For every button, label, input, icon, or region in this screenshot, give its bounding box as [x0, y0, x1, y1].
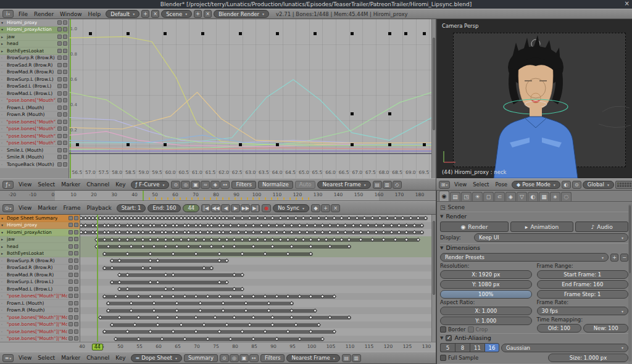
record-button[interactable]: ●	[262, 204, 271, 212]
mute-icon[interactable]	[69, 279, 73, 284]
lock-icon[interactable]	[63, 134, 67, 138]
keyframe-point[interactable]	[423, 32, 426, 35]
dope-menu-select[interactable]: Select	[35, 355, 58, 361]
mute-icon[interactable]	[57, 41, 62, 46]
keyframe-tick[interactable]	[204, 197, 205, 200]
channel-row[interactable]: ·"pose.bones["Mouth"]|"[	[0, 133, 69, 140]
keyframe-point[interactable]	[164, 32, 167, 35]
mute-icon[interactable]	[57, 120, 62, 124]
channel-row[interactable]: ·BrowMad.R (Brow.R)	[0, 271, 80, 279]
insert-key-icon[interactable]: +	[321, 204, 330, 212]
lock-icon[interactable]	[63, 126, 67, 131]
full-sample-checkbox[interactable]	[440, 355, 446, 361]
aa-samples-8-button[interactable]: 8	[455, 343, 470, 352]
lock-icon[interactable]	[74, 216, 78, 220]
channel-row[interactable]: ·BrowMad.L (Brow.L)	[0, 90, 69, 97]
channel-row[interactable]: ·"pose.bones["Mouth"]|"Mc	[0, 336, 80, 342]
delete-layout-button[interactable]: ×	[151, 10, 159, 18]
channel-row[interactable]: ·BrowSurp.R (Brow.R)	[0, 257, 80, 265]
expand-icon[interactable]: ▾	[1, 27, 6, 31]
current-frame-line[interactable]	[97, 215, 98, 342]
paste-keyframes-icon[interactable]: ▥	[352, 354, 361, 362]
graph-plot-area[interactable]: 56.557.057.558.058.559.059.560.060.561.0…	[69, 19, 431, 178]
only-selected-icon[interactable]: ⊙	[171, 181, 180, 189]
filters-button[interactable]: Filters	[231, 181, 256, 189]
lock-icon[interactable]	[63, 63, 67, 67]
lock-icon[interactable]	[63, 84, 67, 88]
keyframe-point[interactable]	[201, 32, 204, 35]
remap-new-field[interactable]: New: 100	[583, 324, 628, 333]
fcurve-line[interactable]	[69, 118, 431, 143]
resolution-y-field[interactable]: Y: 1080 px	[440, 280, 532, 289]
frame-start-field[interactable]: Start: 1	[117, 204, 146, 212]
keyframe-tick[interactable]	[247, 197, 248, 200]
mute-icon[interactable]	[57, 105, 62, 110]
keyframe-tick[interactable]	[259, 197, 260, 200]
channel-row[interactable]: ▾Dope Sheet Summary	[0, 215, 80, 222]
dope-scrollbar[interactable]	[431, 215, 436, 342]
tab-object[interactable]: ◻	[483, 192, 494, 201]
editor-type-icon[interactable]: i	[2, 10, 14, 18]
mute-icon[interactable]	[57, 20, 62, 25]
layers-widget[interactable]	[615, 181, 632, 189]
keyframe-tick[interactable]	[191, 197, 193, 200]
mute-icon[interactable]	[57, 77, 62, 81]
layer-toggle[interactable]	[617, 185, 619, 187]
keyframe-tick[interactable]	[173, 197, 175, 200]
mute-curves-icon[interactable]: ▣	[191, 181, 200, 189]
mute-icon[interactable]	[69, 329, 73, 334]
lock-icon[interactable]	[74, 329, 78, 334]
mute-channels-icon[interactable]: ▣	[239, 354, 249, 362]
snap-dropdown[interactable]: Nearest Frame	[317, 181, 370, 189]
aspect-y-field[interactable]: Y: 1.000	[440, 316, 532, 325]
keyframe-point[interactable]	[351, 143, 354, 146]
view-menu-select[interactable]: Select	[470, 181, 492, 188]
keyframe-tick[interactable]	[198, 197, 199, 200]
dope-key-area[interactable]	[80, 215, 431, 342]
resolution-x-field[interactable]: X: 1920 px	[440, 270, 532, 279]
fcurve-line[interactable]	[69, 36, 431, 144]
viewport-shading-icon[interactable]: ◐	[562, 181, 571, 189]
ghost-curves-icon[interactable]: ◇	[393, 181, 402, 189]
lock-icon[interactable]	[74, 265, 78, 270]
channel-row[interactable]: ·Smile.L (Mouth)	[0, 147, 69, 154]
keyframe-tick[interactable]	[149, 197, 150, 200]
fcurves[interactable]	[69, 19, 431, 178]
mute-icon[interactable]	[57, 162, 62, 167]
layer-toggle[interactable]	[622, 185, 624, 187]
add-preset-button[interactable]: +	[610, 254, 618, 262]
next-keyframe-button[interactable]: ▶▶	[241, 204, 250, 212]
scene-dropdown[interactable]: Scene	[161, 10, 192, 18]
lock-icon[interactable]	[74, 259, 78, 263]
channel-row[interactable]: ·BrowSad.R (Brow.R)	[0, 62, 69, 69]
channel-row[interactable]: ·"pose.bones["Mouth"]|"[	[0, 118, 69, 126]
lock-icon[interactable]	[63, 98, 67, 102]
expand-icon[interactable]: ▾	[1, 20, 6, 25]
editor-type-icon[interactable]: ƒ	[2, 181, 14, 189]
keyframe-point[interactable]	[404, 32, 407, 35]
tab-constraints[interactable]: ⊂	[494, 192, 505, 201]
info-menu-render[interactable]: Render	[31, 11, 57, 17]
sample-curves-icon[interactable]: ≈	[201, 181, 210, 189]
channel-row[interactable]: ·BrowMad.R (Brow.R)	[0, 69, 69, 77]
keyframe-tick[interactable]	[296, 197, 297, 200]
mute-icon[interactable]	[69, 244, 73, 249]
layer-toggle[interactable]	[625, 183, 626, 184]
frame-rate-dropdown[interactable]: 30 fps	[537, 307, 629, 315]
keyframe-point[interactable]	[314, 32, 317, 35]
mute-icon[interactable]	[57, 27, 62, 31]
only-selected-icon[interactable]: ⊙	[220, 354, 229, 362]
channel-row[interactable]: ▾Hiromi_proxy	[0, 222, 80, 230]
channel-row[interactable]: ·BrowSurp.L (Brow.L)	[0, 279, 80, 286]
current-frame-badge[interactable]: 44	[92, 344, 103, 350]
tab-scene[interactable]: ◳	[461, 192, 472, 201]
mute-icon[interactable]	[69, 259, 73, 263]
screen-layout-dropdown[interactable]: Default	[106, 10, 139, 18]
mute-icon[interactable]	[69, 223, 73, 227]
tab-texture[interactable]: ▦	[539, 192, 549, 201]
channel-row[interactable]: ▾Hiromi_proxyAction	[0, 229, 80, 236]
keyframe-tick[interactable]	[235, 197, 236, 200]
keyframe-tick[interactable]	[283, 197, 285, 200]
channel-row[interactable]: ·"pose.bones["Mouth"]|"Mc	[0, 293, 80, 300]
mute-icon[interactable]	[57, 56, 62, 60]
